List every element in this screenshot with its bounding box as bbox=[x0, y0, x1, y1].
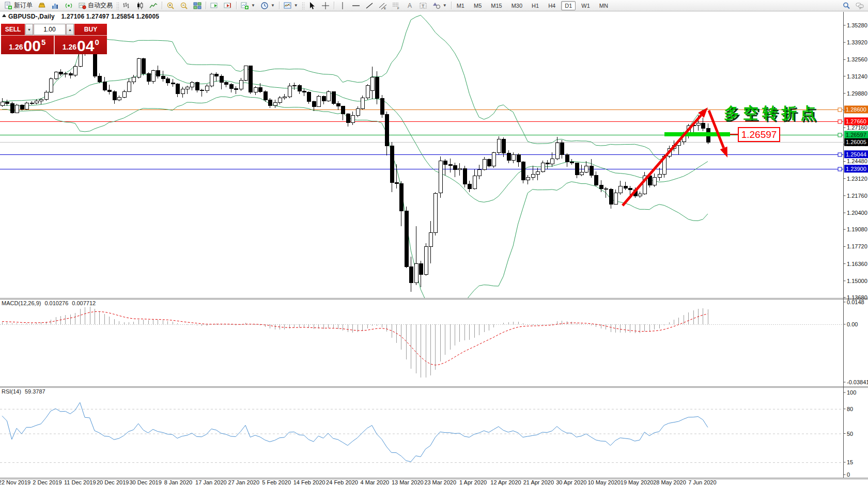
new-chart-button[interactable]: ▼ bbox=[238, 0, 258, 11]
channel-button[interactable]: E bbox=[376, 0, 390, 11]
tf-button-M1[interactable]: M1 bbox=[453, 1, 468, 10]
candle bbox=[113, 91, 116, 100]
level-price-label[interactable]: 1.26597 bbox=[738, 127, 780, 142]
date-label: 7 Jun 2020 bbox=[688, 479, 716, 485]
candle bbox=[298, 85, 301, 91]
tf-button-D1[interactable]: D1 bbox=[561, 1, 576, 10]
price-badge-label: 1.28600 bbox=[846, 106, 866, 113]
candle bbox=[356, 108, 360, 115]
vertical-line-button[interactable] bbox=[336, 0, 349, 11]
volume-increase-button[interactable]: ▲ bbox=[66, 24, 74, 35]
tf-button-W1[interactable]: W1 bbox=[578, 1, 594, 10]
chart-shift-button[interactable] bbox=[221, 0, 235, 11]
date-label: 30 Dec 2019 bbox=[129, 479, 161, 485]
bar-chart-icon bbox=[122, 2, 131, 10]
text-label-button[interactable]: T bbox=[416, 0, 430, 11]
candle bbox=[103, 82, 106, 90]
templates-button[interactable]: ▼ bbox=[281, 0, 301, 11]
tile-windows-button[interactable] bbox=[191, 0, 204, 11]
bar-chart-button[interactable] bbox=[120, 0, 133, 11]
tf-button-M30[interactable]: M30 bbox=[508, 1, 526, 10]
candle bbox=[332, 91, 335, 103]
chat-icon bbox=[856, 2, 864, 10]
price-tick-label: 1.16360 bbox=[847, 261, 867, 267]
tf-button-H1[interactable]: H1 bbox=[528, 1, 542, 10]
periods-icon bbox=[260, 2, 269, 10]
candle bbox=[477, 169, 481, 176]
toolbar-separator bbox=[279, 2, 280, 9]
candle bbox=[594, 176, 598, 185]
trendline-button[interactable] bbox=[363, 0, 376, 11]
candle bbox=[570, 162, 574, 163]
candle bbox=[30, 103, 34, 104]
candle bbox=[307, 92, 311, 102]
crosshair-button[interactable] bbox=[319, 0, 332, 11]
search-button[interactable] bbox=[840, 0, 853, 11]
tf-button-M5[interactable]: M5 bbox=[470, 1, 485, 10]
zoom-in-button[interactable] bbox=[164, 0, 177, 11]
periods-button[interactable]: ▼ bbox=[258, 0, 277, 11]
horizontal-line-button[interactable] bbox=[349, 0, 363, 11]
candle bbox=[463, 168, 467, 184]
candle bbox=[210, 74, 213, 86]
triangle-down-icon: ▼ bbox=[27, 28, 31, 32]
price-tick-label: 1.24480 bbox=[847, 158, 867, 164]
new-order-label: 新订单 bbox=[14, 1, 33, 10]
cursor-button[interactable] bbox=[305, 0, 319, 11]
candle bbox=[701, 123, 705, 128]
sell-button[interactable]: SELL bbox=[1, 24, 25, 35]
candle bbox=[127, 82, 131, 91]
candle bbox=[181, 89, 184, 93]
text-button[interactable]: A bbox=[403, 0, 416, 11]
search-icon bbox=[842, 2, 850, 10]
candle bbox=[73, 67, 77, 75]
one-click-collapse-icon[interactable] bbox=[2, 14, 6, 17]
zoom-out-button[interactable] bbox=[177, 0, 191, 11]
autotrading-button[interactable]: 自动交易 bbox=[75, 0, 115, 11]
candlestick-chart-button[interactable] bbox=[133, 0, 147, 11]
shapes-button[interactable]: ▼ bbox=[430, 0, 450, 11]
candle bbox=[234, 89, 238, 90]
chat-button[interactable] bbox=[853, 0, 866, 11]
volume-decrease-button[interactable]: ▼ bbox=[25, 24, 33, 35]
buy-button[interactable]: BUY bbox=[74, 24, 107, 35]
chart-canvas[interactable]: 1.352801.339201.325601.312401.298801.285… bbox=[0, 0, 868, 487]
price-badge-label: 1.26005 bbox=[846, 139, 866, 145]
candle bbox=[15, 105, 19, 113]
candle bbox=[288, 86, 291, 97]
rsi-indicator-label: RSI(14) 59.3787 bbox=[2, 388, 45, 395]
price-tick-label: 1.27160 bbox=[847, 124, 867, 131]
zoom-in-icon bbox=[166, 2, 175, 10]
line-chart-button[interactable] bbox=[147, 0, 160, 11]
candle bbox=[658, 175, 661, 178]
candle bbox=[590, 166, 593, 176]
auto-scroll-button[interactable] bbox=[208, 0, 221, 11]
fibonacci-button[interactable]: F bbox=[390, 0, 403, 11]
candle bbox=[249, 66, 252, 92]
candlestick-chart-icon bbox=[136, 2, 144, 10]
macd-name: MACD(12,26,9) bbox=[2, 300, 41, 306]
candle bbox=[69, 73, 72, 75]
tf-button-M15[interactable]: M15 bbox=[487, 1, 505, 10]
new-order-button[interactable]: 新订单 bbox=[2, 0, 35, 11]
candle bbox=[49, 78, 53, 92]
candle bbox=[229, 85, 233, 89]
candle bbox=[137, 59, 141, 77]
chinese-annotation-text[interactable]: 多空转折点 bbox=[724, 103, 819, 124]
text-icon: A bbox=[406, 2, 414, 10]
candle bbox=[166, 78, 169, 83]
candle bbox=[521, 162, 525, 180]
zoom-out-icon bbox=[180, 2, 188, 10]
market-depth-button[interactable] bbox=[49, 0, 62, 11]
signals-button[interactable] bbox=[62, 0, 75, 11]
price-tick-label: 1.21760 bbox=[847, 193, 867, 199]
gold-button[interactable] bbox=[35, 0, 49, 11]
date-label: 14 Feb 2020 bbox=[293, 479, 326, 485]
volume-input[interactable]: 1.00 bbox=[34, 24, 66, 35]
sell-price[interactable]: 1.26 00 5 bbox=[1, 36, 54, 54]
tf-button-MN[interactable]: MN bbox=[596, 1, 612, 10]
tf-button-H4[interactable]: H4 bbox=[545, 1, 559, 10]
candle bbox=[327, 91, 330, 101]
date-label: 17 Jan 2020 bbox=[195, 479, 227, 485]
buy-price[interactable]: 1.26 04 0 bbox=[55, 36, 107, 54]
